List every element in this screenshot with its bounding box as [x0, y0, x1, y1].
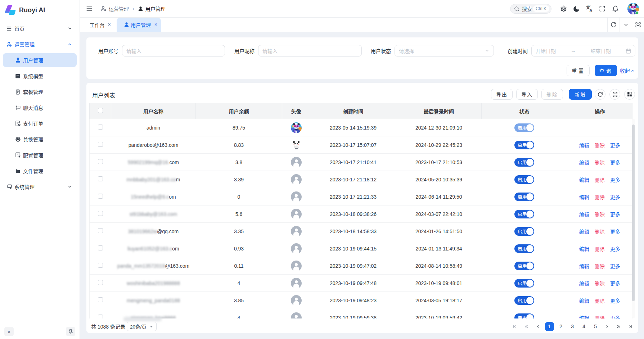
svg-text:A: A	[589, 8, 592, 13]
